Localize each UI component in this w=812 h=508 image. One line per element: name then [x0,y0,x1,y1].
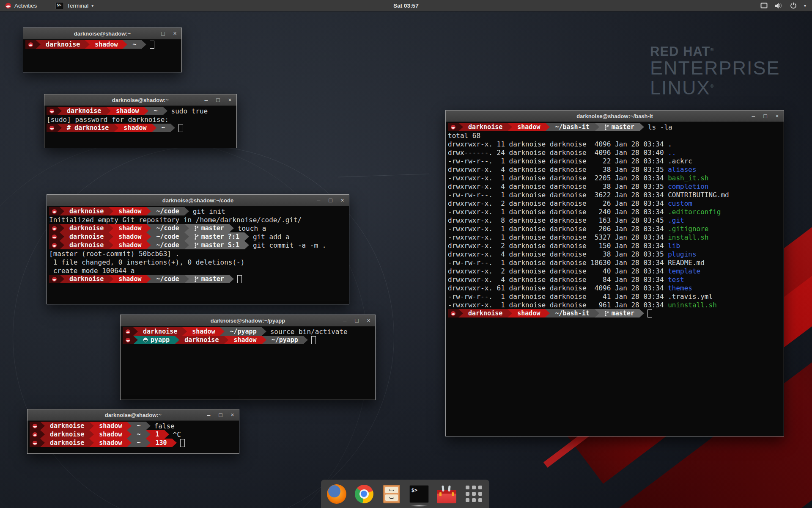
prompt-segment-user: darknoise [64,232,109,241]
terminal-window-home-1: darknoise@shadow:~–□×darknoiseshadow~ [23,28,182,72]
segment-label: shadow [517,309,540,317]
segment-label: darknoise [468,123,502,131]
prompt-segment-host: shadow [512,123,545,131]
terminal-window-pyapp: darknoise@shadow:~/pyapp–□×darknoiseshad… [120,315,376,400]
prompt-segment-host: shadow [90,40,123,49]
segment-label: darknoise [69,275,104,283]
close-button[interactable]: × [340,197,345,203]
window-titlebar[interactable]: darknoise@shadow:~/pyapp–□× [121,315,375,326]
maximize-button[interactable]: □ [160,30,166,36]
minimize-button[interactable]: – [206,412,211,418]
minimize-button[interactable]: – [203,97,209,103]
terminal-line: drwxrwxr-x. 4 darknoise darknoise 84 Jan… [448,275,784,284]
powerline-arrow-icon [133,327,138,336]
minimize-button[interactable]: – [342,318,348,323]
distro-icon [125,329,131,334]
distro-icon [52,276,57,282]
maximize-button[interactable]: □ [215,97,221,103]
terminal-line: darknoiseshadow~1^C [30,430,239,439]
powerline-arrow-icon [184,232,189,241]
app-menu-terminal[interactable]: $> Terminal ▾ [51,0,98,11]
distro-icon [52,226,57,231]
segment-label: darknoise [69,207,104,215]
dock-item-terminal[interactable]: $> [409,483,429,505]
dock-item-firefox[interactable] [326,483,347,505]
powerline-arrow-icon [152,124,156,132]
file-name: install.sh [668,233,708,241]
git-branch-icon [194,234,199,240]
terminal-line: darknoiseshadow~/pyappsource bin/activat… [123,327,375,336]
maximize-button[interactable]: □ [763,113,768,119]
terminal-line: -rw-rw-r--. 1 darknoise darknoise 41 Jan… [448,292,784,301]
system-tray[interactable]: ▾ [760,0,812,11]
segment-label: darknoise [143,328,177,335]
segment-label: pyapp [151,336,170,344]
clock[interactable]: Sat 03:57 [393,3,418,9]
prompt-segment-host: shadow [113,275,146,283]
distro-icon [32,440,38,446]
firefox-icon [327,484,346,504]
terminal-cursor [237,275,242,283]
minimize-button[interactable]: – [751,113,756,119]
terminal-cursor [150,41,154,49]
window-titlebar[interactable]: darknoise@shadow:~/code–□× [47,195,349,206]
distro-segment [49,275,60,283]
powerline-arrow-icon [146,439,151,447]
git-branch-segment: master [599,123,639,131]
maximize-button[interactable]: □ [354,318,359,323]
window-titlebar[interactable]: darknoise@shadow:~–□× [27,409,239,421]
minimize-button[interactable]: – [316,197,321,203]
segment-label: shadow [99,422,122,430]
segment-label: master ?:1 [201,233,239,240]
close-button[interactable]: × [227,97,233,103]
distro-segment [47,107,57,115]
dock-item-files[interactable] [381,483,402,505]
close-button[interactable]: × [774,113,780,119]
powerline-arrow-icon [639,123,644,131]
chrome-icon [355,485,373,503]
top-bar: Activities $> Terminal ▾ Sat 03:57 ▾ [0,0,812,11]
terminal-text: drwx------. 24 darknoise darknoise 4096 … [448,149,668,157]
prompt-segment-user: darknoise [45,430,89,439]
windows-layer: darknoise@shadow:~–□×darknoiseshadow~dar… [0,0,812,508]
dock-item-toolbox[interactable] [436,483,457,505]
powerline-arrow-icon [229,275,234,283]
powerline-arrow-icon [224,336,228,344]
terminal-line: [master (root-commit) 50bcb63] . [49,249,349,258]
activities-button[interactable]: Activities [0,0,42,11]
distro-segment [30,439,40,447]
maximize-button[interactable]: □ [218,412,223,418]
segment-label: darknoise [69,233,104,240]
dock-item-app-grid[interactable] [464,483,484,505]
powerline-arrow-icon [109,275,113,283]
window-titlebar[interactable]: darknoise@shadow:~/bash-it–□× [446,110,784,122]
prompt-segment-path: ~ [156,124,170,132]
window-titlebar[interactable]: darknoise@shadow:~–□× [23,28,181,39]
minimize-button[interactable]: – [148,30,154,36]
terminal-cursor [178,124,183,132]
terminal-text: -rw-rw-r--. 1 darknoise darknoise 41 Jan… [448,293,668,301]
close-button[interactable]: × [230,412,235,418]
terminal-line: darknoiseshadow~/codemaster ?:1git add a [49,232,349,241]
dock-item-chrome[interactable] [354,483,374,505]
close-button[interactable]: × [172,30,178,36]
close-button[interactable]: × [366,318,371,323]
maximize-button[interactable]: □ [328,197,333,203]
segment-label: darknoise [46,41,80,48]
window-titlebar[interactable]: darknoise@shadow:~–□× [44,94,236,106]
powerline-arrow-icon [146,422,151,430]
segment-label: ~ [137,422,140,430]
segment-label: ~ [132,41,136,48]
terminal-line: # darknoiseshadow~ [47,124,236,132]
terminal-line: -rwxrwxr-x. 1 darknoise darknoise 961 Ja… [448,301,784,309]
powerline-arrow-icon [57,107,62,115]
terminal-text: drwxrwxr-x. 8 darknoise darknoise 163 Ja… [448,216,668,224]
display-icon [760,3,768,8]
powerline-arrow-icon [36,40,41,49]
terminal-text: git commit -a -m . [253,241,326,249]
powerline-arrow-icon [146,232,151,241]
file-name: .ackrc [668,157,692,165]
terminal-line: drwxrwxr-x. 8 darknoise darknoise 163 Ja… [448,216,784,224]
prompt-segment-path: ~ [132,439,145,447]
terminal-line: drwxrwxr-x. 4 darknoise darknoise 38 Jan… [448,250,784,258]
